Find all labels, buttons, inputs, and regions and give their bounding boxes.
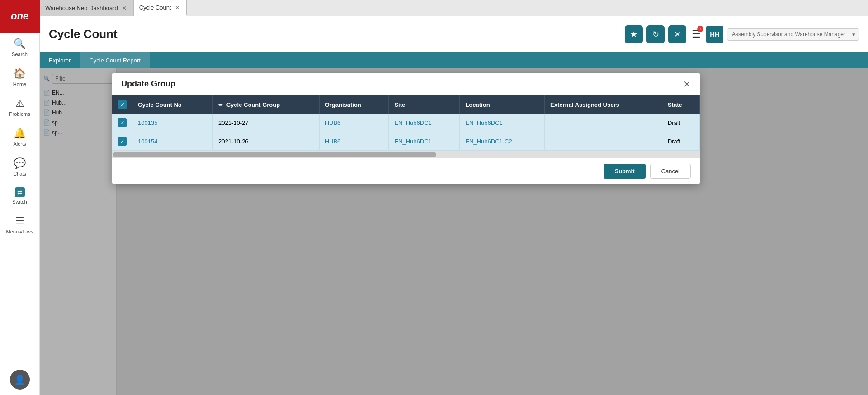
col-label-organisation: Organisation [325, 101, 361, 108]
table-container: ✓ Cycle Count No ✏ Cycle Count Group [112, 95, 700, 151]
tab-warehouse-dashboard[interactable]: Warehouse Neo Dashboard ✕ [40, 0, 134, 16]
sidebar-label-search: Search [12, 52, 28, 57]
row1-state: Draft [662, 114, 699, 132]
horizontal-scrollbar[interactable] [112, 151, 700, 158]
logo-text: one [11, 10, 28, 22]
bell-icon: 🔔 [14, 128, 26, 139]
row2-cycle-count-no-link[interactable]: 100154 [138, 138, 157, 145]
refresh-button[interactable]: ↻ [646, 25, 665, 43]
sidebar-item-problems[interactable]: ⚠ Problems [0, 92, 39, 122]
row1-location: EN_Hub6DC1 [460, 114, 545, 132]
sidebar-item-chats[interactable]: 💬 Chats [0, 152, 39, 182]
tab-close-warehouse[interactable]: ✕ [121, 5, 128, 12]
col-label-cycle-count-group: Cycle Count Group [226, 101, 280, 108]
inner-tab-explorer[interactable]: Explorer [40, 52, 80, 68]
table-body: ✓ 100135 2021-10-27 HUB6 [112, 114, 700, 151]
col-label-external-users: External Assigned Users [550, 101, 619, 108]
page-header: Cycle Count ★ ↻ ✕ ☰ ! HH Assembly Superv… [40, 16, 868, 52]
row1-organisation: HUB6 [319, 114, 389, 132]
row2-organisation: HUB6 [319, 132, 389, 151]
menu-badge: ! [697, 26, 703, 32]
row1-external-users [545, 114, 662, 132]
row2-cycle-count-no: 100154 [132, 132, 213, 151]
cycle-count-table: ✓ Cycle Count No ✏ Cycle Count Group [112, 95, 700, 151]
row2-location-link[interactable]: EN_Hub6DC1-C2 [465, 138, 512, 145]
menu-button[interactable]: ☰ ! [690, 27, 703, 42]
col-header-checkbox: ✓ [112, 95, 132, 114]
avatar-icon: 👤 [14, 374, 25, 385]
sidebar-label-menusfavs: Menus/Favs [6, 229, 33, 234]
sidebar-label-problems: Problems [9, 111, 30, 117]
col-label-state: State [668, 101, 682, 108]
row2-external-users [545, 132, 662, 151]
search-icon: 🔍 [14, 38, 26, 50]
sidebar-item-alerts[interactable]: 🔔 Alerts [0, 122, 39, 152]
row1-checkbox[interactable]: ✓ [118, 118, 127, 127]
star-button[interactable]: ★ [625, 25, 643, 43]
row1-checkbox-cell: ✓ [112, 114, 132, 132]
app-logo[interactable]: one [0, 0, 40, 33]
sidebar-label-alerts: Alerts [13, 141, 26, 147]
role-dropdown[interactable]: Assembly Supervisor and Warehouse Manage… [727, 28, 859, 41]
table-header-row: ✓ Cycle Count No ✏ Cycle Count Group [112, 95, 700, 114]
col-header-cycle-count-no: Cycle Count No [132, 95, 213, 114]
tab-cycle-count[interactable]: Cycle Count ✕ [134, 0, 187, 16]
table-row: ✓ 100135 2021-10-27 HUB6 [112, 114, 700, 132]
table-row: ✓ 100154 2021-10-26 HUB6 [112, 132, 700, 151]
row1-site-link[interactable]: EN_Hub6DC1 [394, 119, 431, 126]
tab-bar: Warehouse Neo Dashboard ✕ Cycle Count ✕ [40, 0, 868, 16]
close-button[interactable]: ✕ [668, 25, 686, 43]
user-avatar-sidebar[interactable]: 👤 [10, 370, 30, 390]
edit-icon: ✏ [218, 102, 223, 108]
inner-tab-explorer-label: Explorer [49, 57, 71, 64]
warning-icon: ⚠ [15, 98, 24, 109]
user-avatar-header[interactable]: HH [706, 26, 723, 43]
sidebar-item-switch[interactable]: ⇄ Switch [0, 182, 39, 210]
close-icon: ✕ [674, 29, 681, 39]
sidebar-label-switch: Switch [12, 199, 27, 205]
sidebar-item-home[interactable]: 🏠 Home [0, 62, 39, 92]
row2-state: Draft [662, 132, 699, 151]
page-title: Cycle Count [49, 27, 625, 41]
chat-icon: 💬 [14, 157, 26, 169]
inner-tab-cycle-count-report[interactable]: Cycle Count Report [80, 52, 150, 68]
main-area: Warehouse Neo Dashboard ✕ Cycle Count ✕ … [40, 0, 868, 395]
row2-location: EN_Hub6DC1-C2 [460, 132, 545, 151]
inner-tab-report-label: Cycle Count Report [89, 57, 140, 64]
submit-button[interactable]: Submit [604, 164, 645, 179]
col-header-external-users: External Assigned Users [545, 95, 662, 114]
user-initials: HH [710, 30, 720, 38]
cancel-button[interactable]: Cancel [650, 164, 691, 179]
row1-cycle-count-no-link[interactable]: 100135 [138, 119, 157, 126]
sidebar: one 🔍 Search 🏠 Home ⚠ Problems 🔔 Alerts … [0, 0, 40, 395]
role-wrapper: Assembly Supervisor and Warehouse Manage… [727, 28, 859, 41]
col-header-state: State [662, 95, 699, 114]
col-label-location: Location [465, 101, 490, 108]
col-header-organisation: Organisation [319, 95, 389, 114]
header-actions: ★ ↻ ✕ ☰ ! HH Assembly Supervisor and War… [625, 25, 859, 43]
row2-organisation-link[interactable]: HUB6 [325, 138, 341, 145]
row1-location-link[interactable]: EN_Hub6DC1 [465, 119, 502, 126]
modal-close-button[interactable]: ✕ [683, 80, 691, 89]
update-group-modal: Update Group ✕ ✓ [112, 73, 700, 184]
tab-close-cycle-count[interactable]: ✕ [174, 4, 181, 11]
modal-header: Update Group ✕ [112, 73, 700, 95]
tab-label-warehouse: Warehouse Neo Dashboard [45, 5, 118, 11]
row2-site-link[interactable]: EN_Hub6DC1 [394, 138, 431, 145]
sidebar-item-menusfavs[interactable]: ☰ Menus/Favs [0, 210, 39, 240]
scrollbar-thumb [113, 152, 436, 157]
select-all-checkbox[interactable]: ✓ [118, 100, 127, 109]
row2-site: EN_Hub6DC1 [389, 132, 460, 151]
col-header-site: Site [389, 95, 460, 114]
menu-icon: ☰ [15, 215, 24, 227]
row2-checkbox-cell: ✓ [112, 132, 132, 151]
row2-checkbox[interactable]: ✓ [118, 137, 127, 146]
row1-site: EN_Hub6DC1 [389, 114, 460, 132]
inner-tabs: Explorer Cycle Count Report [40, 52, 868, 68]
sidebar-label-chats: Chats [13, 171, 26, 176]
row1-cycle-count-group: 2021-10-27 [213, 114, 320, 132]
row2-cycle-count-group: 2021-10-26 [213, 132, 320, 151]
row1-organisation-link[interactable]: HUB6 [325, 119, 341, 126]
sidebar-item-search[interactable]: 🔍 Search [0, 33, 39, 62]
col-header-location: Location [460, 95, 545, 114]
